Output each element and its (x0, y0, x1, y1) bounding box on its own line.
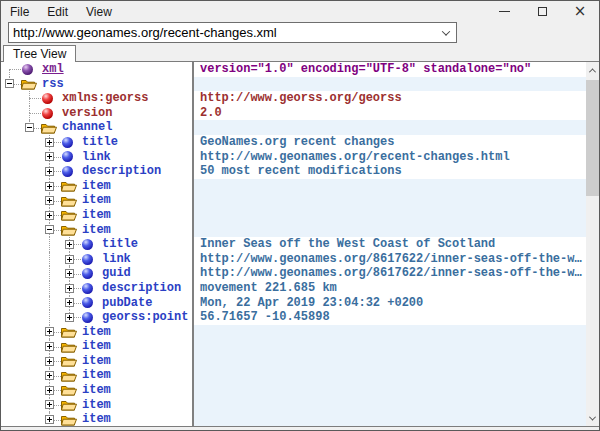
tree-node-label[interactable]: georss:point (99, 310, 188, 325)
tree-node-label[interactable]: version (59, 106, 112, 121)
collapse-expander-icon[interactable] (45, 225, 54, 234)
value-row: 56.71657 -10.45898 (194, 310, 586, 325)
expand-expander-icon[interactable] (45, 371, 54, 380)
tree-indent-guide (21, 150, 41, 165)
tree-node-item[interactable]: item (1, 179, 192, 194)
expand-expander-icon[interactable] (65, 269, 74, 278)
tree-node-item[interactable]: item (1, 368, 192, 383)
tree-node-rss[interactable]: rss (1, 77, 192, 92)
collapse-expander-icon[interactable] (5, 79, 14, 88)
tree-node-pubDate[interactable]: pubDate (1, 296, 192, 311)
tree-node-label[interactable]: item (79, 223, 111, 238)
tree-node-xmlns:georss[interactable]: xmlns:georss (1, 91, 192, 106)
expand-expander-icon[interactable] (45, 196, 54, 205)
tree-node-xml[interactable]: xml (1, 62, 192, 77)
tree-node-item[interactable]: item (1, 354, 192, 369)
tree-node-item[interactable]: item (1, 325, 192, 340)
tree-node-item[interactable]: item (1, 208, 192, 223)
tab-tree-view[interactable]: Tree View (3, 45, 76, 62)
tree-node-item[interactable]: item (1, 398, 192, 413)
tree-node-label[interactable]: item (79, 179, 111, 194)
tree-node-label[interactable]: item (79, 325, 111, 340)
scroll-down-button[interactable] (586, 410, 599, 426)
url-combobox[interactable] (8, 22, 457, 43)
tree-indent-guide (1, 120, 21, 135)
url-dropdown-button[interactable] (436, 23, 456, 42)
expand-expander-icon[interactable] (45, 327, 54, 336)
tree-node-description[interactable]: description (1, 281, 192, 296)
expand-expander-icon[interactable] (45, 138, 54, 147)
tree-node-item[interactable]: item (1, 193, 192, 208)
tree-indent-guide (21, 135, 41, 150)
expand-expander-icon[interactable] (45, 152, 54, 161)
collapse-expander-icon[interactable] (25, 123, 34, 132)
expand-expander-icon[interactable] (65, 240, 74, 249)
url-input[interactable] (9, 23, 436, 42)
maximize-button[interactable] (523, 1, 561, 22)
expand-expander-icon[interactable] (45, 167, 54, 176)
close-button[interactable]: × (561, 1, 599, 22)
expand-expander-icon[interactable] (45, 400, 54, 409)
tree-node-channel[interactable]: channel (1, 120, 192, 135)
tree-node-label[interactable]: item (79, 368, 111, 383)
expand-expander-icon[interactable] (45, 357, 54, 366)
tree-node-label[interactable]: item (79, 193, 111, 208)
tree-node-label[interactable]: xmlns:georss (59, 91, 148, 106)
tree-node-label[interactable]: pubDate (99, 296, 152, 311)
menu-view[interactable]: View (77, 2, 121, 21)
tree-node-link[interactable]: link (1, 252, 192, 267)
tree-node-version[interactable]: version (1, 106, 192, 121)
tree-node-item[interactable]: item (1, 383, 192, 398)
tree-node-label[interactable]: item (79, 354, 111, 369)
tree-node-item[interactable]: item (1, 339, 192, 354)
expand-expander-icon[interactable] (65, 313, 74, 322)
tree-node-label[interactable]: link (99, 252, 131, 267)
tree-node-item[interactable]: item (1, 223, 192, 238)
tree-branch-lines (41, 339, 61, 354)
tree-node-guid[interactable]: guid (1, 266, 192, 281)
tree-node-label[interactable]: item (79, 208, 111, 223)
tree-node-link[interactable]: link (1, 150, 192, 165)
tree-node-label[interactable]: title (79, 135, 118, 150)
expand-expander-icon[interactable] (65, 255, 74, 264)
scrollbar-track[interactable] (586, 78, 599, 410)
tree-node-label[interactable]: title (99, 237, 138, 252)
expand-expander-icon[interactable] (65, 298, 74, 307)
tree-node-label[interactable]: item (79, 339, 111, 354)
expand-expander-icon[interactable] (45, 182, 54, 191)
tree-node-label[interactable]: channel (59, 120, 112, 135)
xml-declaration-sphere-icon (21, 62, 39, 77)
menu-edit[interactable]: Edit (38, 2, 77, 21)
expand-expander-icon[interactable] (45, 415, 54, 424)
tree-branch-lines (41, 383, 61, 398)
tree-node-label[interactable]: item (79, 383, 111, 398)
tree-node-label[interactable]: guid (99, 266, 131, 281)
tree-node-georss:point[interactable]: georss:point (1, 310, 192, 325)
expand-expander-icon[interactable] (45, 342, 54, 351)
value-row-empty (194, 223, 586, 238)
tree-branch-lines (1, 62, 21, 77)
minimize-button[interactable] (485, 1, 523, 22)
tree-node-label[interactable]: xml (39, 62, 64, 77)
expand-expander-icon[interactable] (45, 386, 54, 395)
scroll-up-button[interactable] (586, 62, 599, 78)
xml-tree-panel[interactable]: xmlrssxmlns:georssversionchanneltitlelin… (1, 62, 194, 426)
value-row: http://www.geonames.org/8617622/inner-se… (194, 266, 586, 281)
tree-node-description[interactable]: description (1, 164, 192, 179)
vertical-scrollbar[interactable] (586, 62, 599, 426)
tree-indent-guide (1, 223, 21, 238)
tree-node-label[interactable]: description (99, 281, 181, 296)
menu-file[interactable]: File (1, 2, 38, 21)
tree-node-label[interactable]: description (79, 164, 161, 179)
expand-expander-icon[interactable] (65, 284, 74, 293)
scrollbar-thumb[interactable] (586, 80, 599, 196)
tree-node-label[interactable]: rss (39, 77, 64, 92)
tree-node-label[interactable]: item (79, 398, 111, 413)
tree-indent-guide (1, 339, 21, 354)
tree-node-label[interactable]: item (79, 412, 111, 426)
tree-node-item[interactable]: item (1, 412, 192, 426)
tree-node-label[interactable]: link (79, 150, 111, 165)
expand-expander-icon[interactable] (45, 211, 54, 220)
tree-node-title[interactable]: title (1, 135, 192, 150)
tree-node-title[interactable]: title (1, 237, 192, 252)
